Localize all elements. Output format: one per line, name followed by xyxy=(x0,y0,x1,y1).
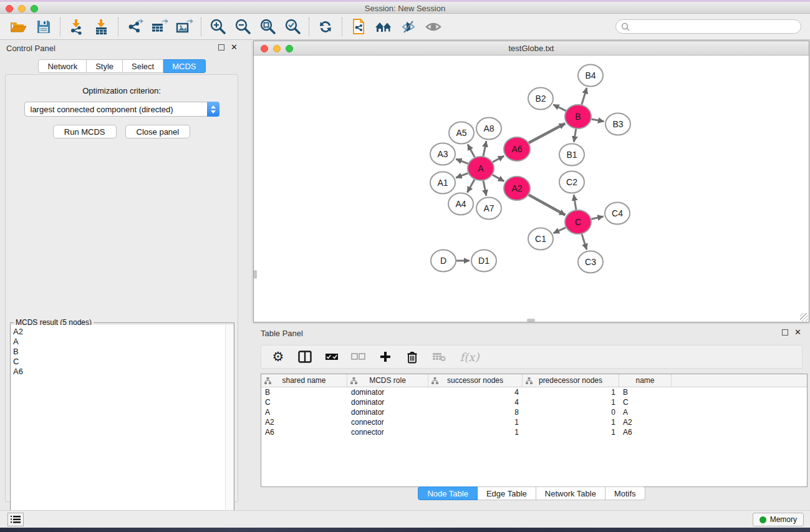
column-header[interactable]: successor nodes xyxy=(428,374,523,387)
edge-A-A8[interactable] xyxy=(483,141,486,156)
table-cell[interactable]: connector xyxy=(347,417,428,427)
node-table[interactable]: shared nameMCDS rolesuccessor nodesprede… xyxy=(261,374,808,487)
edge-A-A3[interactable] xyxy=(456,159,468,163)
show-graphics-details-button[interactable] xyxy=(421,16,446,38)
save-session-button[interactable] xyxy=(31,16,56,38)
table-row[interactable]: A6connector11A6 xyxy=(261,427,807,437)
float-panel-icon[interactable] xyxy=(218,44,224,51)
table-cell[interactable]: A xyxy=(619,407,672,417)
table-cell[interactable]: A2 xyxy=(261,417,347,427)
column-header[interactable]: predecessor nodes xyxy=(523,374,619,387)
table-cell[interactable]: C xyxy=(619,397,672,407)
table-cell[interactable]: 1 xyxy=(523,427,619,437)
network-hscroll-thumb[interactable] xyxy=(527,319,535,322)
table-row[interactable]: Cdominator41C xyxy=(261,397,807,407)
edge-A-A7[interactable] xyxy=(483,181,486,196)
table-cell[interactable]: 1 xyxy=(428,417,523,427)
table-cell[interactable]: 8 xyxy=(428,407,523,417)
zoom-fit-button[interactable] xyxy=(255,16,280,38)
table-cell[interactable]: connector xyxy=(347,427,428,437)
function-builder-button[interactable]: f(x) xyxy=(458,349,481,365)
search-field[interactable] xyxy=(615,19,801,34)
table-cell[interactable]: dominator xyxy=(347,397,428,407)
edge-A-A6[interactable] xyxy=(493,156,504,162)
table-cell[interactable]: A6 xyxy=(619,427,672,437)
export-image-button[interactable] xyxy=(172,16,197,38)
table-cell[interactable]: 4 xyxy=(428,397,523,407)
criterion-dropdown[interactable]: largest connected component (directed) xyxy=(24,102,219,117)
delete-columns-button[interactable] xyxy=(404,349,420,365)
table-cell[interactable]: A6 xyxy=(261,427,347,437)
network-graph[interactable]: B4B2BB3A8A5A6A3B1AA1C2A2A4A7C4CC1DD1C3 xyxy=(254,56,809,322)
table-cell[interactable]: B xyxy=(261,387,347,397)
edge-A6-B[interactable] xyxy=(529,123,565,143)
float-table-panel-icon[interactable] xyxy=(782,329,788,336)
zoom-out-button[interactable] xyxy=(230,16,255,38)
zoom-in-button[interactable] xyxy=(205,16,230,38)
edge-C-C1[interactable] xyxy=(554,228,566,233)
tab-network[interactable]: Network xyxy=(38,59,87,73)
edge-A2-C[interactable] xyxy=(529,195,566,215)
result-item[interactable]: A2 xyxy=(13,327,225,337)
edge-A-A1[interactable] xyxy=(456,173,468,178)
column-header[interactable]: shared name xyxy=(261,374,347,387)
export-table-button[interactable] xyxy=(147,16,172,38)
result-item[interactable]: A6 xyxy=(13,367,225,377)
tab-mcds[interactable]: MCDS xyxy=(163,59,205,73)
network-canvas[interactable]: B4B2BB3A8A5A6A3B1AA1C2A2A4A7C4CC1DD1C3 xyxy=(254,56,809,322)
memory-button[interactable]: Memory xyxy=(753,513,804,526)
result-item[interactable]: A xyxy=(13,337,225,347)
table-row[interactable]: Bdominator41B xyxy=(261,387,807,397)
edge-C-C3[interactable] xyxy=(582,234,587,249)
edge-B-B1[interactable] xyxy=(574,129,576,142)
table-cell[interactable]: A xyxy=(261,407,347,417)
import-network-button[interactable] xyxy=(64,16,89,38)
resize-grip[interactable] xyxy=(800,313,808,321)
edge-C-C4[interactable] xyxy=(591,216,603,219)
edge-B-B4[interactable] xyxy=(582,88,587,105)
tab-style[interactable]: Style xyxy=(87,59,123,73)
export-network-button[interactable] xyxy=(122,16,147,38)
result-item[interactable]: B xyxy=(13,347,225,357)
result-item[interactable]: C xyxy=(13,357,225,367)
unselect-all-columns-button[interactable] xyxy=(350,349,367,365)
table-cell[interactable]: B xyxy=(619,387,672,397)
table-cell[interactable]: 0 xyxy=(523,407,619,417)
edge-B-B2[interactable] xyxy=(553,105,566,111)
tab-motifs[interactable]: Motifs xyxy=(605,486,645,500)
close-panel-icon[interactable]: ✕ xyxy=(231,44,238,51)
edge-A-A4[interactable] xyxy=(467,180,475,193)
tab-network-table[interactable]: Network Table xyxy=(536,486,605,500)
network-vscroll-thumb[interactable] xyxy=(254,270,257,279)
close-table-panel-icon[interactable]: ✕ xyxy=(794,329,801,336)
search-input[interactable] xyxy=(633,22,796,31)
import-table-button[interactable] xyxy=(89,16,114,38)
zoom-selected-button[interactable] xyxy=(280,16,305,38)
table-cell[interactable]: 1 xyxy=(523,417,619,427)
edge-B-B3[interactable] xyxy=(592,119,604,122)
open-session-button[interactable] xyxy=(6,16,31,38)
column-header[interactable]: name xyxy=(619,374,672,387)
table-row[interactable]: A2connector11A2 xyxy=(261,417,807,427)
network-from-file-button[interactable] xyxy=(346,16,371,38)
hide-graphics-details-button[interactable] xyxy=(396,16,421,38)
close-panel-button[interactable]: Close panel xyxy=(125,125,191,138)
table-cell[interactable]: 1 xyxy=(523,387,619,397)
split-view-button[interactable] xyxy=(297,349,313,365)
table-cell[interactable]: dominator xyxy=(347,387,428,397)
table-cell[interactable]: 1 xyxy=(523,397,619,407)
column-header[interactable]: MCDS role xyxy=(347,374,428,387)
table-cell[interactable]: C xyxy=(261,397,347,407)
edge-A-A2[interactable] xyxy=(493,175,504,181)
delete-table-button[interactable] xyxy=(431,349,447,365)
select-all-columns-button[interactable] xyxy=(324,349,340,365)
table-row[interactable]: Adominator80A xyxy=(261,407,807,417)
add-column-button[interactable] xyxy=(377,349,393,365)
table-cell[interactable]: 1 xyxy=(428,427,523,437)
tab-select[interactable]: Select xyxy=(123,59,163,73)
refresh-button[interactable] xyxy=(313,16,338,38)
mcds-result-list[interactable]: A2ABCA6 xyxy=(11,325,226,532)
network-window-titlebar[interactable]: testGlobe.txt xyxy=(254,41,809,56)
result-scrollbar[interactable] xyxy=(225,325,233,532)
home-button[interactable] xyxy=(371,16,396,38)
